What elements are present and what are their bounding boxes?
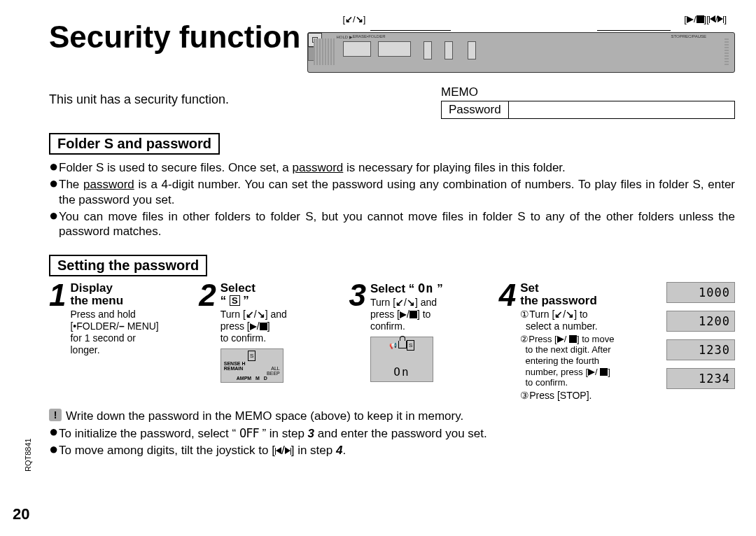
memo-title: MEMO bbox=[441, 85, 735, 99]
step-title: Displaythe menu bbox=[70, 282, 158, 307]
lcd-screen: S SENSE H REMAINALLBEEP AMPM M D bbox=[220, 348, 284, 383]
step-number: 4 bbox=[499, 282, 516, 309]
lcd-value: 1200 bbox=[666, 311, 735, 332]
bullet: Folder S is used to secure files. Once s… bbox=[59, 160, 735, 175]
intro-text: This unit has a security function. bbox=[49, 85, 441, 119]
step-1: 1 Displaythe menu Press and hold[•FOLDER… bbox=[49, 282, 182, 355]
device-label: HOLD ▶ bbox=[336, 34, 352, 39]
step-title: Select “ On ” bbox=[370, 282, 443, 295]
part-number: RQT8841 bbox=[24, 438, 32, 472]
notes: !Write down the password in the MEMO spa… bbox=[49, 409, 735, 458]
step-title: Select“ S ” bbox=[220, 282, 287, 307]
step-title: Setthe password bbox=[520, 282, 614, 307]
annot-joystick-icon: [↙/↘] bbox=[342, 14, 365, 24]
page-title: Security function bbox=[49, 20, 300, 55]
memo-row-label: Password bbox=[442, 101, 509, 118]
memo-block: MEMO Password bbox=[441, 85, 735, 119]
lcd-value: 1230 bbox=[666, 339, 735, 360]
note: To move among digits, tilt the joystick … bbox=[59, 443, 346, 458]
lcd-screen: 📢 S On bbox=[370, 337, 433, 382]
lcd-value: 1234 bbox=[666, 368, 735, 389]
note: Write down the password in the MEMO spac… bbox=[66, 409, 463, 424]
page-number: 20 bbox=[13, 505, 29, 523]
device-label: ERASE bbox=[353, 34, 367, 39]
lcd-value: 1000 bbox=[666, 282, 735, 303]
step-number: 2 bbox=[199, 282, 216, 309]
section-heading: Setting the password bbox=[49, 255, 207, 276]
step-desc: ③Press [STOP]. bbox=[520, 390, 614, 402]
memo-field bbox=[509, 101, 734, 118]
step-desc: Press and hold[•FOLDER/– MENU]for 1 seco… bbox=[70, 309, 158, 355]
warning-icon: ! bbox=[49, 409, 62, 421]
step-4: 4 Setthe password ①Turn [↙/↘] to select … bbox=[499, 282, 650, 401]
manual-page: Security function [↙/↘] [/][/] HOLD ▶ ER… bbox=[0, 0, 756, 536]
device-illustration: [↙/↘] [/][/] HOLD ▶ ERASE •FOLDER STOP R… bbox=[307, 20, 735, 73]
step-desc: Turn [↙/↘] andpress [/] toconfirm. bbox=[370, 297, 443, 332]
step-3: 3 Select “ On ” Turn [↙/↘] andpress [/] … bbox=[349, 282, 482, 381]
device-label: REC/PAUSE bbox=[682, 34, 706, 39]
bullet: The password is a 4-digit number. You ca… bbox=[59, 177, 735, 207]
section-heading: Folder S and password bbox=[49, 133, 220, 155]
lcd-sequence: 1000 1200 1230 1234 bbox=[666, 282, 735, 393]
annot-play-icon: [/][/] bbox=[684, 14, 727, 24]
bullet: You can move files in other folders to f… bbox=[59, 209, 735, 239]
step-desc: ②Press [/ ] to move to the next digit. A… bbox=[520, 334, 614, 388]
device-label: •FOLDER bbox=[367, 34, 385, 39]
step-desc: ①Turn [↙/↘] to select a number. bbox=[520, 309, 614, 332]
step-number: 1 bbox=[49, 282, 66, 309]
step-number: 3 bbox=[349, 282, 366, 309]
step-2: 2 Select“ S ” Turn [↙/↘] andpress [/]to … bbox=[199, 282, 332, 382]
device-label: STOP bbox=[671, 34, 682, 39]
note: To initialize the password, select “ OFF… bbox=[59, 425, 487, 442]
step-desc: Turn [↙/↘] andpress [/]to confirm. bbox=[220, 309, 287, 344]
